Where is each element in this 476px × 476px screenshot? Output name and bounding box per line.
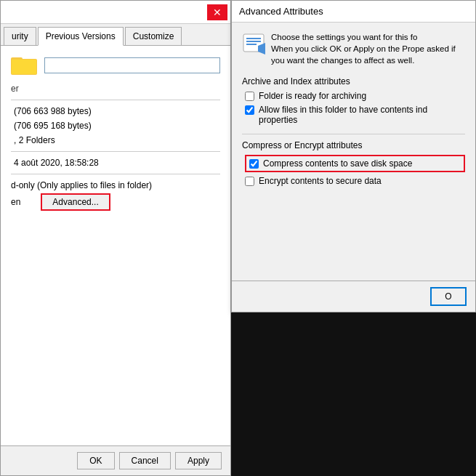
encrypt-checkbox[interactable] [245,177,254,186]
archive-section-header: Archive and Index attributes [242,76,465,86]
advanced-title: Advanced Attributes [239,6,323,17]
archive-checkbox[interactable] [245,92,254,101]
folder-count: , 2 Folders [11,135,220,145]
date-modified: 4 août 2020, 18:58:28 [11,158,220,168]
compress-check-group: Compress contents to save disk space Enc… [242,155,465,186]
advanced-titlebar: Advanced Attributes [232,1,475,23]
ok-button[interactable]: OK [77,452,114,469]
hidden-attr-row: en Advanced... [11,193,220,211]
size-bytes-2: (706 695 168 bytes) [11,121,220,131]
info-box: Choose the settings you want for this fo… [242,31,465,66]
svg-rect-2 [12,60,36,74]
encrypt-check-row: Encrypt contents to secure data [245,176,465,186]
hidden-label: en [11,197,20,207]
apply-button[interactable]: Apply [175,452,222,469]
advanced-footer: O [232,281,475,312]
size-bytes-1: (706 663 988 bytes) [11,106,220,116]
attributes-label: d-only (Only applies to files in folder) [11,180,220,190]
compress-checkbox[interactable] [249,159,259,169]
info-text: Choose the settings you want for this fo… [271,31,465,66]
dark-background [231,312,476,476]
advanced-ok-button[interactable]: O [430,287,467,306]
properties-section: er (706 663 988 bytes) (706 695 168 byte… [11,84,220,174]
advanced-button[interactable]: Advanced... [41,193,110,211]
attributes-section: d-only (Only applies to files in folder)… [11,180,220,211]
dialog-tabs: urity Previous Versions Customize [1,24,230,46]
type-label: er [11,84,220,94]
index-check-label: Allow files in this folder to have conte… [259,105,465,125]
compress-check-row: Compress contents to save disk space [245,155,465,172]
compress-label: Compress contents to save disk space [263,158,412,169]
tab-security[interactable]: urity [4,27,36,45]
archive-check-group: Folder is ready for archiving Allow file… [242,91,465,125]
tab-customize[interactable]: Customize [125,27,182,45]
archive-check1-label: Folder is ready for archiving [259,91,366,101]
dialog-footer: OK Cancel Apply [1,445,230,475]
index-checkbox[interactable] [245,105,254,115]
folder-icon [11,55,37,76]
dialog-titlebar: ✕ [1,1,230,24]
close-button[interactable]: ✕ [207,4,227,20]
archive-check1-row: Folder is ready for archiving [245,91,465,101]
advanced-content: Choose the settings you want for this fo… [232,23,475,281]
tab-previous-versions[interactable]: Previous Versions [38,27,124,46]
encrypt-label: Encrypt contents to secure data [259,176,382,186]
compress-section-header: Compress or Encrypt attributes [242,140,465,150]
folder-name-input[interactable] [44,57,220,73]
cancel-button[interactable]: Cancel [119,452,171,469]
info-icon [242,31,265,55]
index-check-row: Allow files in this folder to have conte… [245,105,465,125]
section-divider [242,134,465,134]
folder-properties-dialog: ✕ urity Previous Versions Customize er [0,0,231,476]
advanced-attributes-dialog: Advanced Attributes Choose the settings … [231,0,476,312]
folder-name-row [11,55,220,76]
dialog-content: er (706 663 988 bytes) (706 695 168 byte… [1,46,230,445]
